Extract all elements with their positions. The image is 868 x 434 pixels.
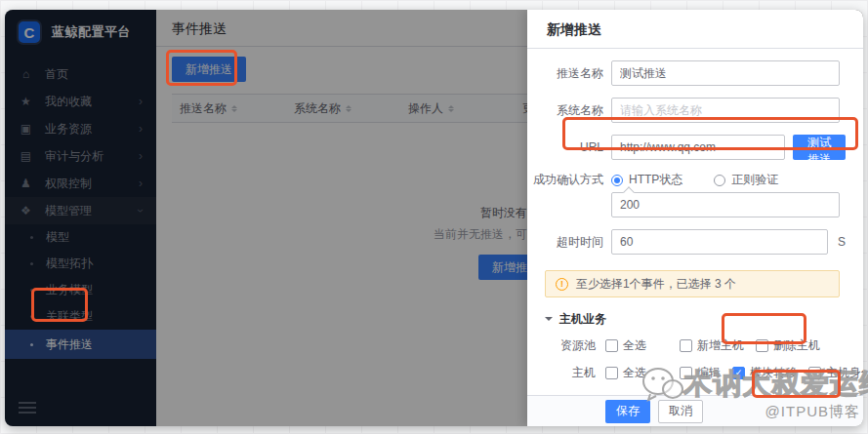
timeout-unit: S xyxy=(838,235,846,249)
status-code-wrap xyxy=(611,192,840,217)
http-status-radio[interactable] xyxy=(611,175,623,186)
event-row-label: 资源池 xyxy=(545,337,596,354)
event-row-label: 主机 xyxy=(545,365,596,381)
checkbox-icon[interactable] xyxy=(680,339,692,352)
checkbox-label: 删除主机 xyxy=(773,337,820,354)
checkbox-label: 新增主机 xyxy=(697,337,744,354)
push-name-input[interactable] xyxy=(611,60,840,86)
add-push-drawer: 新增推送 推送名称 系统名称 URL 测试推送 成功确认方式 xyxy=(527,10,863,426)
page-background: C 蓝鲸配置平台 ⌂首页★我的收藏›▣业务资源›▤审计与分析›♟权限控制›❖模型… xyxy=(0,0,868,434)
drawer-body: 推送名称 系统名称 URL 测试推送 成功确认方式 HTTP状态 xyxy=(527,49,863,426)
system-name-input[interactable] xyxy=(611,98,840,123)
section-title: 主机业务 xyxy=(559,311,606,328)
checkbox-label: 编辑 xyxy=(697,365,721,381)
checkbox-icon[interactable] xyxy=(808,367,821,379)
timeout-input[interactable] xyxy=(611,229,828,255)
checkbox-icon[interactable] xyxy=(732,367,745,379)
confirm-method-label: 成功确认方式 xyxy=(533,172,603,188)
event-row: 主机全选编辑模块转移主机身份 xyxy=(545,365,846,381)
event-checkbox-checked[interactable]: 模块转移 xyxy=(732,365,797,381)
status-code-input[interactable] xyxy=(611,192,840,217)
checkbox-label: 主机身份 xyxy=(826,365,863,381)
event-checkbox-unchecked[interactable]: 全选 xyxy=(605,365,646,381)
event-checkbox-unchecked[interactable]: 编辑 xyxy=(680,365,721,381)
save-button[interactable]: 保存 xyxy=(605,400,650,423)
checkbox-label: 模块转移 xyxy=(750,365,797,381)
event-checkbox-unchecked[interactable]: 新增主机 xyxy=(680,337,744,354)
url-input[interactable] xyxy=(611,135,785,160)
event-selection-alert: ! 至少选择1个事件，已选择 3 个 xyxy=(545,270,840,297)
alert-text: 至少选择1个事件，已选择 3 个 xyxy=(576,276,736,293)
checkbox-label: 全选 xyxy=(623,365,646,381)
url-label: URL xyxy=(533,140,603,154)
event-checkbox-unchecked[interactable]: 删除主机 xyxy=(756,337,820,354)
event-row: 资源池全选新增主机删除主机 xyxy=(545,337,846,354)
checkbox-icon[interactable] xyxy=(680,367,692,379)
app-window: C 蓝鲸配置平台 ⌂首页★我的收藏›▣业务资源›▤审计与分析›♟权限控制›❖模型… xyxy=(5,10,863,426)
http-status-radio-label[interactable]: HTTP状态 xyxy=(629,172,682,188)
timeout-label: 超时时间 xyxy=(533,234,603,251)
section-header[interactable]: 主机业务 xyxy=(545,311,846,328)
system-name-label: 系统名称 xyxy=(533,102,603,119)
checkbox-icon[interactable] xyxy=(605,339,618,352)
checkbox-icon[interactable] xyxy=(605,367,618,379)
regex-verify-radio-label[interactable]: 正则验证 xyxy=(731,172,778,188)
push-name-label: 推送名称 xyxy=(533,65,603,82)
event-checkbox-unchecked[interactable]: 主机身份 xyxy=(808,365,863,381)
drawer-title: 新增推送 xyxy=(527,10,863,49)
checkbox-icon[interactable] xyxy=(756,339,768,352)
regex-verify-radio[interactable] xyxy=(714,175,725,186)
info-icon: ! xyxy=(556,278,568,291)
drawer-footer: 保存 取消 xyxy=(527,395,863,426)
test-push-button[interactable]: 测试推送 xyxy=(793,135,846,160)
chevron-down-icon xyxy=(545,317,553,325)
event-checkbox-unchecked[interactable]: 全选 xyxy=(605,337,646,354)
cancel-button[interactable]: 取消 xyxy=(658,400,703,423)
checkbox-label: 全选 xyxy=(623,337,646,354)
